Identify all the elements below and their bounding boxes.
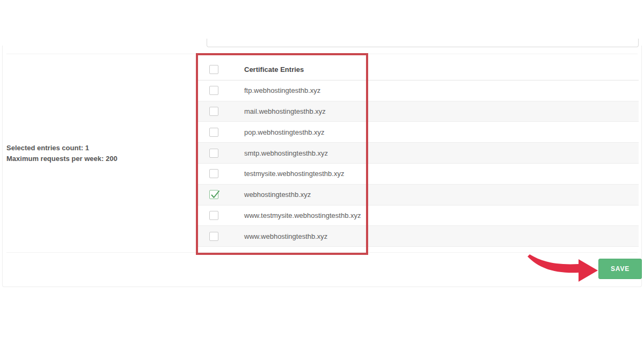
certificate-entries-table: Certificate Entries ftp.webhostingtesthb… [197,60,639,247]
selected-entries-count-label: Selected entries count: 1 [6,143,118,153]
table-header-row: Certificate Entries [197,60,639,80]
checkbox-cell [197,232,232,241]
checkbox-cell [197,211,232,220]
table-row: www.testmysite.webhostingtesthb.xyz [197,206,639,226]
row-checkbox[interactable] [209,128,218,137]
select-all-cell [197,65,232,74]
certificate-entry-label: mail.webhostingtesthb.xyz [232,107,326,115]
row-checkbox[interactable] [209,149,218,158]
info-block: Selected entries count: 1 Maximum reques… [6,143,118,164]
table-header-label: Certificate Entries [232,65,304,74]
row-checkbox[interactable] [209,169,218,178]
row-checkbox[interactable] [209,232,218,241]
checkbox-cell [197,149,232,158]
row-checkbox[interactable] [209,211,218,220]
checkbox-cell [197,169,232,178]
table-row: www.webhostingtesthb.xyz [197,226,639,247]
table-row: webhostingtesthb.xyz [197,185,639,206]
text-input-partial[interactable] [207,39,639,47]
certificate-entry-label: testmysite.webhostingtesthb.xyz [232,170,344,178]
select-all-checkbox[interactable] [209,65,218,74]
certificate-entry-label: www.testmysite.webhostingtesthb.xyz [232,211,361,219]
checkbox-cell [197,128,232,137]
checkbox-cell [197,86,232,95]
checkbox-cell [197,190,232,199]
row-checkbox[interactable] [209,107,218,116]
certificate-entry-label: www.webhostingtesthb.xyz [232,232,327,240]
row-checkbox[interactable] [209,190,218,199]
table-row: ftp.webhostingtesthb.xyz [197,80,639,101]
table-row: pop.webhostingtesthb.xyz [197,122,639,143]
table-row: smtp.webhostingtesthb.xyz [197,143,639,164]
table-row: mail.webhostingtesthb.xyz [197,101,639,122]
table-row: testmysite.webhostingtesthb.xyz [197,164,639,185]
certificate-entry-label: pop.webhostingtesthb.xyz [232,128,325,136]
footer-divider [6,252,638,253]
save-button[interactable]: SAVE [598,259,642,279]
row-checkbox[interactable] [209,86,218,95]
certificate-entry-label: ftp.webhostingtesthb.xyz [232,86,320,94]
max-requests-label: Maximum requests per week: 200 [6,153,118,164]
checkbox-cell [197,107,232,116]
section-divider-top [6,54,638,54]
certificate-entry-label: webhostingtesthb.xyz [232,191,311,199]
certificate-entry-label: smtp.webhostingtesthb.xyz [232,149,328,157]
